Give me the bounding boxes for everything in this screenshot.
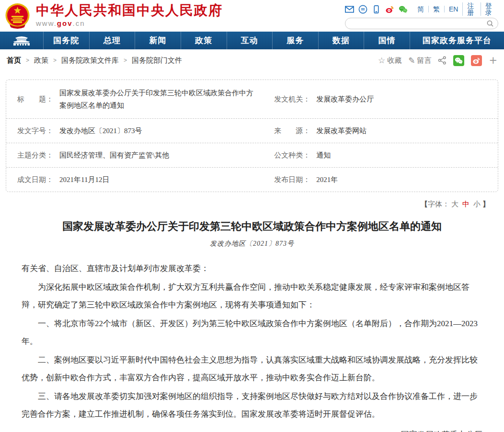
lang-english[interactable]: EN: [444, 6, 462, 12]
breadcrumb-separator: >: [53, 57, 57, 64]
site-url: www.gov.cn: [36, 19, 223, 27]
message-icon[interactable]: [358, 5, 367, 14]
national-emblem-icon: [5, 3, 30, 30]
meta-value-docnumber: 发改办地区〔2021〕873号: [59, 125, 157, 137]
meta-value-title: 国家发展改革委办公厅关于印发第三轮中欧区域政策合作中方案例地区名单的通知: [59, 87, 274, 112]
breadcrumb-zhengce[interactable]: 政策: [34, 56, 48, 65]
nav-item-fuwu[interactable]: 服务: [272, 32, 318, 49]
meta-value-source: 发展改革委网站: [316, 125, 381, 137]
url-suffix: .cn: [73, 19, 85, 27]
page-actions: ☆收藏 ✎留言 +: [378, 55, 497, 66]
meta-label-issuing-organ: 发文机关：: [274, 95, 316, 104]
article: 国家发展改革委办公厅关于印发第三轮中欧区域政策合作中方案例地区名单的通知 发改办…: [0, 209, 504, 432]
meta-label-docnumber: 发文字号：: [17, 126, 59, 136]
breadcrumb-separator: >: [124, 57, 127, 64]
meta-cell-publish-date: 发布日期： 2021年: [274, 168, 498, 192]
search-box: [345, 18, 498, 29]
more-share-button[interactable]: +: [489, 55, 497, 66]
meta-label-written-date: 成文日期：: [17, 175, 59, 184]
favorite-button[interactable]: ☆收藏: [378, 56, 401, 65]
font-bar-close: 】: [482, 200, 490, 208]
mobile-icon[interactable]: [372, 5, 381, 14]
url-prefix: www.: [36, 19, 57, 27]
paragraph-item-2: 二、案例地区要以习近平新时代中国特色社会主义思想为指导，认真落实区域重大战略和区…: [22, 351, 482, 387]
meta-value-category: 国民经济管理、国有资产监管\其他: [59, 149, 183, 161]
meta-cell-category: 主题分类： 国民经济管理、国有资产监管\其他: [6, 143, 274, 167]
meta-value-doctype: 通知: [316, 149, 345, 161]
meta-label-publish-date: 发布日期：: [274, 175, 316, 184]
share-button[interactable]: [438, 56, 447, 65]
breadcrumb-wenjianku[interactable]: 国务院政策文件库: [61, 56, 119, 65]
breadcrumb: 首页 > 政策 > 国务院政策文件库 > 国务院部门文件: [7, 56, 182, 65]
wechat-icon[interactable]: [399, 5, 408, 14]
nav-item-shuju[interactable]: 数据: [318, 32, 364, 49]
breadcrumb-row: 首页 > 政策 > 国务院政策文件库 > 国务院部门文件 ☆收藏 ✎留言 +: [0, 49, 504, 71]
meta-cell-written-date: 成文日期： 2021年11月12日: [6, 168, 274, 192]
mail-icon[interactable]: [345, 5, 354, 14]
meta-row-docnumber: 发文字号： 发改办地区〔2021〕873号 来 源： 发展改革委网站: [6, 118, 498, 143]
meta-cell-title: 标 题： 国家发展改革委办公厅关于印发第三轮中欧区域政策合作中方案例地区名单的通…: [6, 80, 274, 118]
meta-cell-doctype: 公文种类： 通知: [274, 143, 498, 167]
paragraph-item-3: 三、请各地发展改革委切实加强对案例地区的组织指导，支持案例地区尽快做好与欧方结对…: [22, 387, 482, 423]
meta-value-written-date: 2021年11月12日: [59, 173, 124, 186]
nav-item-xinwen[interactable]: 新闻: [135, 32, 181, 49]
paragraph-intro: 为深化拓展中欧区域政策合作机制，扩大双方互利共赢合作空间，推动中欧关系稳定健康发…: [22, 278, 482, 314]
nav-home-icon[interactable]: [0, 32, 43, 49]
meta-label-title: 标 题：: [17, 95, 59, 104]
register-link[interactable]: 注册: [462, 2, 480, 16]
comment-button[interactable]: ✎留言: [408, 56, 431, 65]
share-icon: [438, 56, 447, 65]
meta-label-source: 来 源：: [274, 126, 316, 136]
search-input[interactable]: [351, 20, 486, 27]
meta-value-issuing-organ: 发展改革委办公厅: [316, 93, 388, 105]
article-signature: 国家发展改革委办公厅: [22, 426, 482, 432]
breadcrumb-home[interactable]: 首页: [7, 56, 21, 65]
meta-cell-docnumber: 发文字号： 发改办地区〔2021〕873号: [6, 119, 274, 143]
nav-item-guoqing[interactable]: 国情: [364, 32, 410, 49]
tiananmen-icon: [11, 35, 32, 46]
meta-cell-source: 来 源： 发展改革委网站: [274, 119, 498, 143]
nav-item-zhengce[interactable]: 政策: [181, 32, 227, 49]
site-header: 中华人民共和国中央人民政府 www.gov.cn: [0, 0, 504, 32]
search-icon[interactable]: [486, 20, 494, 27]
article-doc-number: 发改办地区〔2021〕873号: [22, 239, 482, 248]
meta-row-category: 主题分类： 国民经济管理、国有资产监管\其他 公文种类： 通知: [6, 143, 498, 167]
header-right: 简 繁 EN 注册 登录: [345, 4, 498, 29]
meta-value-publish-date: 2021年: [316, 173, 352, 186]
lang-links: 简 繁 EN 注册 登录: [413, 2, 498, 16]
font-size-large-button[interactable]: 大: [451, 200, 458, 208]
document-meta-table: 标 题： 国家发展改革委办公厅关于印发第三轮中欧区域政策合作中方案例地区名单的通…: [6, 80, 498, 192]
weibo-share-icon: [472, 57, 481, 65]
font-size-small-button[interactable]: 小: [473, 200, 481, 208]
paragraph-item-1: 一、将北京市等22个城市（新区、开发区）列为第三轮中欧区域政策合作中方案例地区（…: [22, 315, 482, 350]
lang-simplified[interactable]: 简: [413, 6, 428, 12]
meta-label-category: 主题分类：: [17, 151, 59, 160]
nav-item-zhengwu-platform[interactable]: 国家政务服务平台: [410, 32, 504, 49]
nav-item-guowuyuan[interactable]: 国务院: [43, 32, 89, 49]
star-icon: ☆: [378, 56, 385, 65]
article-body: 有关省、自治区、直辖市及计划单列市发展改革委： 为深化拓展中欧区域政策合作机制，…: [22, 260, 482, 423]
page: 中华人民共和国中央人民政府 www.gov.cn: [0, 0, 504, 432]
breadcrumb-separator: >: [26, 57, 29, 64]
nav-item-zongli[interactable]: 总理: [89, 32, 135, 49]
favorite-label: 收藏: [387, 56, 401, 65]
meta-row-title: 标 题： 国家发展改革委办公厅关于印发第三轮中欧区域政策合作中方案例地区名单的通…: [6, 80, 498, 118]
weibo-icon[interactable]: [385, 5, 394, 14]
share-wechat-button[interactable]: [453, 55, 464, 66]
quick-links-row: 简 繁 EN 注册 登录: [345, 4, 498, 14]
font-bar-open: 【: [421, 200, 428, 208]
login-link[interactable]: 登录: [481, 2, 498, 16]
meta-cell-issuing-organ: 发文机关： 发展改革委办公厅: [274, 80, 498, 118]
breadcrumb-bumen-wenjian[interactable]: 国务院部门文件: [132, 56, 182, 65]
pencil-icon: ✎: [408, 56, 415, 65]
comment-label: 留言: [417, 56, 431, 65]
share-weibo-button[interactable]: [471, 55, 482, 66]
main-nav: 国务院 总理 新闻 政策 互动 服务 数据 国情 国家政务服务平台: [0, 32, 504, 49]
brand-text: 中华人民共和国中央人民政府 www.gov.cn: [36, 3, 223, 27]
wechat-share-icon: [455, 57, 463, 65]
site-title[interactable]: 中华人民共和国中央人民政府: [36, 3, 223, 18]
article-title: 国家发展改革委办公厅关于印发第三轮中欧区域政策合作中方案例地区名单的通知: [26, 219, 478, 234]
font-size-medium-button[interactable]: 中: [462, 200, 470, 208]
lang-traditional[interactable]: 繁: [428, 6, 444, 12]
nav-item-hudong[interactable]: 互动: [227, 32, 273, 49]
